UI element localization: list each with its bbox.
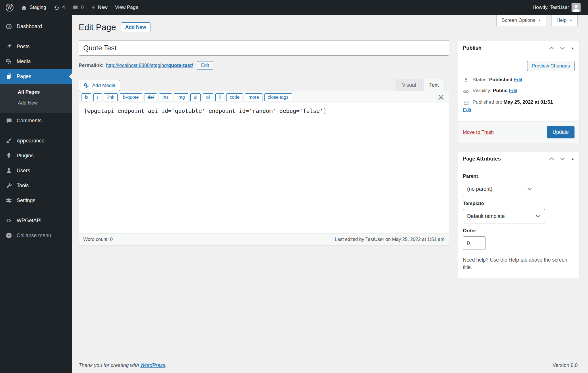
collapse-menu-button[interactable]: Collapse menu [0, 228, 72, 243]
sidebar-item-settings[interactable]: Settings [0, 193, 72, 208]
quicktag-bold-button[interactable]: b [82, 93, 91, 101]
sidebar-item-dashboard[interactable]: Dashboard [0, 19, 72, 34]
quicktag-italic-button[interactable]: i [93, 93, 102, 101]
quicktag-close-tags-button[interactable]: close tags [264, 93, 292, 101]
update-button[interactable]: Update [547, 126, 575, 138]
template-select[interactable]: Default template [463, 209, 545, 223]
chevron-down-icon [536, 215, 541, 218]
collapse-toggle-icon[interactable]: ▲ [571, 157, 575, 161]
footer-version: Version 6.0 [552, 362, 578, 368]
new-menu[interactable]: + New [90, 4, 109, 11]
plugins-icon [5, 152, 13, 159]
quicktag-img-button[interactable]: img [174, 93, 188, 101]
sidebar-item-label: Posts [17, 44, 30, 50]
sidebar-item-users[interactable]: Users [0, 163, 72, 178]
content-area: Screen Options ▼ Help ▼ Edit Page Add Ne… [72, 15, 588, 373]
order-input[interactable] [463, 236, 486, 250]
sidebar-item-pages[interactable]: Pages [0, 69, 72, 84]
sidebar-item-plugins[interactable]: Plugins [0, 148, 72, 163]
updates-icon [54, 5, 60, 11]
quicktag-del-button[interactable]: del [144, 93, 157, 101]
move-down-icon[interactable] [560, 157, 565, 161]
wordpress-link[interactable]: WordPress [140, 362, 165, 368]
howdy-account-menu[interactable]: Howdy, TestUser [531, 3, 582, 12]
view-page-label: View Page [115, 5, 138, 10]
published-on-edit-link[interactable]: Edit [463, 107, 471, 113]
attributes-help-text: Need help? Use the Help tab above the sc… [463, 256, 575, 271]
wordpress-logo-button[interactable]: W [5, 4, 15, 11]
tab-text[interactable]: Text [423, 79, 444, 91]
sidebar-item-posts[interactable]: Posts [0, 39, 72, 54]
post-title-input[interactable] [79, 40, 449, 56]
quicktag-li-button[interactable]: li [215, 93, 224, 101]
add-new-button[interactable]: Add New [121, 22, 150, 32]
publish-panel-header[interactable]: Publish ▲ [458, 41, 579, 55]
sidebar-item-comments[interactable]: Comments [0, 113, 72, 128]
calendar-icon [463, 100, 469, 106]
word-count-value: 0 [110, 237, 113, 242]
permalink-link[interactable]: http://localhost:8888/staging/quote-test… [106, 63, 193, 68]
screen-options-button[interactable]: Screen Options ▼ [496, 15, 546, 26]
quicktag-link-button[interactable]: link [104, 93, 118, 101]
sidebar-item-add-new[interactable]: Add New [0, 98, 72, 109]
comments-icon [5, 117, 13, 124]
status-edit-link[interactable]: Edit [514, 77, 522, 82]
sidebar-item-all-pages[interactable]: All Pages [0, 87, 72, 98]
permalink-edit-button[interactable]: Edit [197, 61, 213, 70]
add-media-button[interactable]: Add Media [79, 80, 120, 91]
quicktag-blockquote-button[interactable]: b-quote [120, 93, 142, 101]
sidebar-item-label: WPGetAPI [17, 218, 42, 224]
move-to-trash-link[interactable]: Move to Trash [463, 130, 494, 135]
sidebar-item-appearance[interactable]: Appearance [0, 133, 72, 148]
view-page-menu[interactable]: View Page [114, 5, 140, 10]
help-button[interactable]: Help ▼ [551, 15, 578, 26]
move-up-icon[interactable] [549, 157, 554, 161]
permalink-url: http://localhost:8888/staging/ [106, 63, 168, 68]
move-up-icon[interactable] [549, 47, 554, 50]
sidebar-item-wpgetapi[interactable]: WPGetAPI [0, 213, 72, 228]
visibility-edit-link[interactable]: Edit [509, 88, 517, 93]
quicktag-ol-button[interactable]: ol [203, 93, 213, 101]
status-value: Published [489, 77, 512, 82]
screen-meta-links: Screen Options ▼ Help ▼ [496, 15, 578, 26]
dashboard-icon [5, 23, 13, 30]
visibility-value: Public [493, 88, 508, 93]
updates-count: 4 [62, 5, 65, 10]
tab-visual[interactable]: Visual [396, 79, 422, 91]
published-on-value: May 25, 2022 at 01:51 [504, 99, 553, 105]
collapse-toggle-icon[interactable]: ▲ [571, 46, 575, 50]
pages-icon [5, 73, 13, 80]
fullscreen-icon[interactable] [438, 94, 444, 101]
home-icon [21, 5, 27, 11]
sidebar-item-label: Collapse menu [17, 233, 51, 239]
quicktag-more-button[interactable]: more [245, 93, 262, 101]
quicktag-ul-button[interactable]: ul [190, 93, 201, 101]
comments-icon [72, 5, 78, 11]
comments-count: 0 [81, 5, 84, 10]
page-attributes-panel-header[interactable]: Page Attributes ▲ [458, 152, 579, 166]
parent-select[interactable]: (no parent) [463, 182, 536, 196]
quicktag-code-button[interactable]: code [226, 93, 243, 101]
new-label: New [98, 5, 108, 10]
status-icon [463, 77, 469, 83]
sidebar-item-label: Tools [17, 183, 29, 189]
template-select-value: Default template [467, 213, 505, 219]
updates-menu[interactable]: 4 [53, 5, 66, 11]
move-down-icon[interactable] [560, 47, 565, 50]
chevron-down-icon [527, 188, 532, 190]
site-name-menu[interactable]: Staging [20, 5, 47, 11]
quicktag-ins-button[interactable]: ins [159, 93, 172, 101]
editor-textarea[interactable]: [wpgetapi_endpoint api_id='quotable' end… [79, 103, 449, 233]
settings-icon [5, 197, 13, 204]
preview-changes-button[interactable]: Preview Changes [527, 61, 575, 71]
sidebar-item-media[interactable]: Media [0, 54, 72, 69]
status-label: Status: [473, 77, 488, 82]
avatar [572, 3, 581, 12]
add-media-label: Add Media [92, 83, 115, 88]
sidebar-item-tools[interactable]: Tools [0, 178, 72, 193]
comments-menu[interactable]: 0 [71, 5, 85, 11]
pages-submenu: All Pages Add New [0, 84, 72, 113]
wpgetapi-icon [5, 217, 13, 224]
collapse-icon [5, 232, 13, 239]
sidebar-item-label: Pages [17, 74, 31, 80]
